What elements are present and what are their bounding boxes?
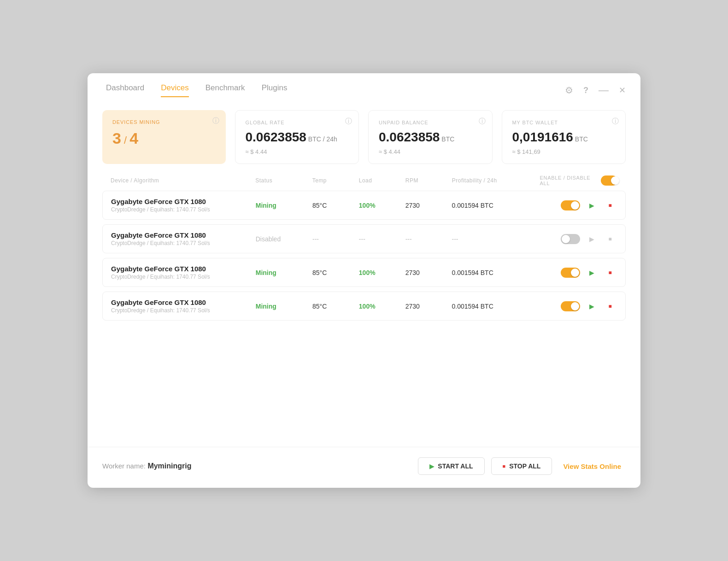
footer-buttons: ▶ START ALL ■ STOP ALL View Stats Online bbox=[418, 457, 626, 475]
device-profit-0: 0.001594 BTC bbox=[452, 202, 540, 209]
device-algo-2: CryptoDredge / Equihash: 1740.77 Sol/s bbox=[111, 274, 256, 280]
stat-card-global-rate: ⓘ GLOBAL RATE 0.0623858BTC / 24h ≈ $ 4.4… bbox=[235, 110, 359, 164]
device-temp-3: 85°C bbox=[312, 303, 359, 310]
nav-tabs: Dashboard Devices Benchmark Plugins bbox=[106, 83, 287, 97]
col-header-status: Status bbox=[255, 177, 312, 184]
stop-button-2[interactable]: ■ bbox=[603, 266, 617, 280]
help-icon[interactable]: ? bbox=[583, 86, 588, 95]
stats-row: ⓘ DEVICES MINING 3 / 4 ⓘ GLOBAL RATE 0.0… bbox=[88, 97, 640, 173]
btc-wallet-sub: ≈ $ 141,69 bbox=[512, 148, 616, 155]
table-row: Gygabyte GeForce GTX 1080 CryptoDredge /… bbox=[102, 191, 626, 220]
device-info-2: Gygabyte GeForce GTX 1080 CryptoDredge /… bbox=[111, 265, 256, 280]
table-header: Device / Algorithm Status Temp Load RPM … bbox=[102, 173, 626, 188]
tab-devices[interactable]: Devices bbox=[161, 83, 188, 97]
toggle-device-2[interactable] bbox=[561, 268, 580, 278]
play-button-1[interactable]: ▶ bbox=[585, 232, 599, 246]
device-status-0: Mining bbox=[256, 201, 312, 210]
window-controls: ⚙ ? — ✕ bbox=[565, 84, 626, 96]
info-icon-unpaid[interactable]: ⓘ bbox=[479, 117, 486, 126]
footer: Worker name: Myminingrig ▶ START ALL ■ S… bbox=[88, 447, 640, 488]
title-bar: Dashboard Devices Benchmark Plugins ⚙ ? … bbox=[88, 73, 640, 97]
tab-benchmark[interactable]: Benchmark bbox=[205, 83, 245, 97]
toggle-device-1[interactable] bbox=[561, 234, 580, 244]
col-header-controls: ENABLE / DISABLE ALL bbox=[540, 175, 617, 186]
devices-table: Device / Algorithm Status Temp Load RPM … bbox=[88, 173, 640, 442]
play-button-2[interactable]: ▶ bbox=[585, 266, 599, 280]
device-status-3: Mining bbox=[256, 302, 312, 310]
enable-disable-all-label: ENABLE / DISABLE ALL bbox=[540, 175, 593, 186]
device-name-3: Gygabyte GeForce GTX 1080 bbox=[111, 298, 256, 306]
stop-all-label: STOP ALL bbox=[509, 462, 540, 470]
settings-icon[interactable]: ⚙ bbox=[565, 85, 573, 96]
device-load-0: 100% bbox=[359, 202, 405, 209]
view-stats-button[interactable]: View Stats Online bbox=[558, 462, 626, 470]
worker-info: Worker name: Myminingrig bbox=[102, 462, 191, 470]
stop-button-0[interactable]: ■ bbox=[603, 199, 617, 212]
stat-card-unpaid-balance: ⓘ UNPAID BALANCE 0.0623858BTC ≈ $ 4.44 bbox=[368, 110, 493, 164]
col-header-load: Load bbox=[359, 177, 405, 184]
device-name-2: Gygabyte GeForce GTX 1080 bbox=[111, 265, 256, 273]
unpaid-balance-label: UNPAID BALANCE bbox=[379, 120, 482, 125]
stat-card-btc-wallet: ⓘ MY BTC WALLET 0,0191616BTC ≈ $ 141,69 bbox=[502, 110, 626, 164]
device-rpm-1: --- bbox=[405, 235, 452, 243]
device-controls-1: ▶ ■ bbox=[540, 232, 617, 246]
info-icon-wallet[interactable]: ⓘ bbox=[612, 117, 619, 126]
stat-card-devices-mining: ⓘ DEVICES MINING 3 / 4 bbox=[102, 110, 226, 164]
device-load-3: 100% bbox=[359, 303, 405, 310]
stop-button-3[interactable]: ■ bbox=[603, 299, 617, 313]
device-controls-2: ▶ ■ bbox=[540, 266, 617, 280]
device-rpm-3: 2730 bbox=[405, 303, 452, 310]
device-profit-2: 0.001594 BTC bbox=[452, 269, 540, 276]
table-row: Gygabyte GeForce GTX 1080 CryptoDredge /… bbox=[102, 292, 626, 321]
worker-name: Myminingrig bbox=[147, 462, 191, 470]
device-algo-3: CryptoDredge / Equihash: 1740.77 Sol/s bbox=[111, 307, 256, 314]
global-rate-sub: ≈ $ 4.44 bbox=[246, 148, 349, 155]
device-info-0: Gygabyte GeForce GTX 1080 CryptoDredge /… bbox=[111, 198, 256, 213]
toggle-device-0[interactable] bbox=[561, 200, 580, 210]
device-status-1: Disabled bbox=[256, 235, 312, 243]
start-all-play-icon: ▶ bbox=[429, 463, 434, 470]
device-controls-0: ▶ ■ bbox=[540, 199, 617, 212]
worker-prefix: Worker name: bbox=[102, 462, 146, 470]
unpaid-balance-value: 0.0623858BTC bbox=[379, 130, 482, 145]
device-temp-1: --- bbox=[312, 235, 359, 243]
device-rpm-2: 2730 bbox=[405, 269, 452, 276]
start-all-button[interactable]: ▶ START ALL bbox=[418, 457, 484, 475]
stop-button-1[interactable]: ■ bbox=[603, 232, 617, 246]
btc-wallet-label: MY BTC WALLET bbox=[512, 120, 616, 125]
device-status-2: Mining bbox=[256, 269, 312, 277]
tab-dashboard[interactable]: Dashboard bbox=[106, 83, 144, 97]
global-rate-label: GLOBAL RATE bbox=[246, 120, 349, 125]
table-row: Gygabyte GeForce GTX 1080 CryptoDredge /… bbox=[102, 258, 626, 287]
stop-all-button[interactable]: ■ STOP ALL bbox=[491, 457, 552, 475]
minimize-icon[interactable]: — bbox=[599, 84, 609, 96]
start-all-label: START ALL bbox=[438, 462, 473, 470]
col-header-device: Device / Algorithm bbox=[111, 177, 255, 184]
device-algo-0: CryptoDredge / Equihash: 1740.77 Sol/s bbox=[111, 206, 256, 213]
device-temp-0: 85°C bbox=[312, 202, 359, 209]
play-button-3[interactable]: ▶ bbox=[585, 299, 599, 313]
unpaid-balance-sub: ≈ $ 4.44 bbox=[379, 148, 482, 155]
device-controls-3: ▶ ■ bbox=[540, 299, 617, 313]
tab-plugins[interactable]: Plugins bbox=[262, 83, 288, 97]
col-header-profit: Profitability / 24h bbox=[452, 177, 540, 184]
toggle-device-3[interactable] bbox=[561, 301, 580, 311]
device-load-1: --- bbox=[359, 235, 405, 243]
info-icon-devices[interactable]: ⓘ bbox=[212, 117, 219, 125]
device-name-1: Gygabyte GeForce GTX 1080 bbox=[111, 231, 256, 239]
stop-all-stop-icon: ■ bbox=[503, 463, 506, 469]
device-profit-3: 0.001594 BTC bbox=[452, 303, 540, 310]
toggle-all[interactable] bbox=[601, 175, 617, 186]
device-load-2: 100% bbox=[359, 269, 405, 276]
device-temp-2: 85°C bbox=[312, 269, 359, 276]
info-icon-global-rate[interactable]: ⓘ bbox=[345, 117, 352, 126]
device-profit-1: --- bbox=[452, 235, 540, 243]
device-info-1: Gygabyte GeForce GTX 1080 CryptoDredge /… bbox=[111, 231, 256, 246]
app-window: Dashboard Devices Benchmark Plugins ⚙ ? … bbox=[88, 73, 640, 488]
play-button-0[interactable]: ▶ bbox=[585, 199, 599, 212]
device-algo-1: CryptoDredge / Equihash: 1740.77 Sol/s bbox=[111, 240, 256, 246]
device-info-3: Gygabyte GeForce GTX 1080 CryptoDredge /… bbox=[111, 298, 256, 314]
device-name-0: Gygabyte GeForce GTX 1080 bbox=[111, 198, 256, 205]
table-row: Gygabyte GeForce GTX 1080 CryptoDredge /… bbox=[102, 224, 626, 253]
close-icon[interactable]: ✕ bbox=[619, 85, 626, 95]
